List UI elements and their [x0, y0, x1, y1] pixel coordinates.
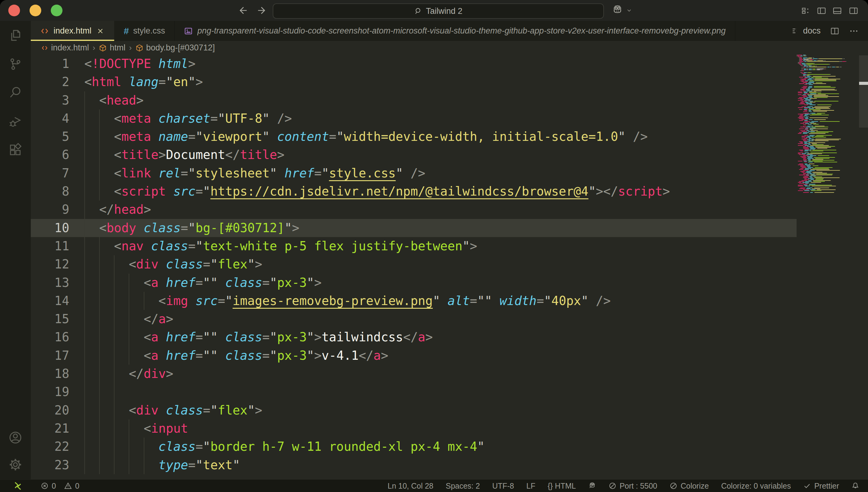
code-line[interactable]: 6 <title>Document</title>: [31, 146, 797, 164]
breadcrumb-file[interactable]: index.html: [41, 43, 89, 53]
minimap-line: [803, 184, 808, 184]
colorize-variables[interactable]: Colorize: 0 variables: [721, 482, 791, 490]
code-line[interactable]: 18 </div>: [31, 365, 797, 383]
window-zoom-button[interactable]: [51, 5, 63, 16]
code-line[interactable]: 8 <script src="https://cdn.jsdelivr.net/…: [31, 182, 797, 200]
accounts-icon[interactable]: [8, 430, 23, 445]
copilot-menu[interactable]: [611, 4, 632, 17]
code-line[interactable]: 23 type="text": [31, 456, 797, 474]
forward-arrow-icon[interactable]: [256, 4, 269, 17]
tab-close-icon[interactable]: [96, 26, 105, 36]
minimap-line: [814, 96, 839, 97]
minimap-line: [798, 92, 802, 92]
window-close-button[interactable]: [8, 5, 20, 16]
minimap-line: [809, 119, 813, 120]
minimap-line: [824, 60, 825, 61]
cursor-position[interactable]: Ln 10, Col 28: [388, 482, 433, 490]
tab-style-css[interactable]: # style.css: [115, 21, 174, 41]
remote-window-icon[interactable]: [12, 480, 23, 491]
code-line[interactable]: 13 <a href="" class="px-3">: [31, 274, 797, 292]
extensions-icon[interactable]: [8, 142, 23, 157]
minimap-line: [804, 179, 809, 180]
minimap-line: [820, 121, 840, 122]
minimap-line: [813, 58, 817, 59]
minimap-line: [804, 150, 811, 150]
code-line[interactable]: 12 <div class="flex">: [31, 255, 797, 273]
code-line[interactable]: 7 <link rel="stylesheet" href="style.css…: [31, 164, 797, 182]
minimap-line: [840, 61, 842, 62]
minimap-line: [811, 65, 812, 66]
minimap-line: [814, 97, 828, 98]
more-actions-icon[interactable]: [849, 26, 859, 36]
code-line[interactable]: 19: [31, 383, 797, 401]
code-line[interactable]: 9 </head>: [31, 200, 797, 219]
minimap-line: [809, 185, 832, 186]
line-number: 3: [31, 91, 69, 109]
command-center-search[interactable]: Tailwind 2: [273, 3, 604, 19]
minimap-line: [813, 173, 827, 173]
indentation[interactable]: Spaces: 2: [446, 482, 480, 490]
customize-layout-icon[interactable]: [801, 5, 811, 16]
code-line[interactable]: 10 <body class="bg-[#030712]">: [31, 219, 797, 237]
chevron-down-icon: [626, 7, 632, 14]
explorer-icon[interactable]: [8, 28, 23, 43]
problems-warnings[interactable]: 0: [64, 482, 79, 490]
minimap-line: [817, 70, 820, 70]
minimap-line: [808, 65, 811, 66]
scrollbar-thumb[interactable]: [859, 55, 868, 128]
breadcrumb-symbol-html[interactable]: html: [99, 43, 125, 53]
split-editor-icon[interactable]: [830, 26, 840, 36]
tab-index-html[interactable]: index.html: [31, 21, 115, 41]
minimap-line: [812, 58, 812, 59]
minimap-line: [798, 63, 801, 64]
copilot-status-icon[interactable]: [588, 482, 596, 490]
language-mode[interactable]: {} HTML: [547, 482, 576, 490]
minimap-line: [802, 64, 805, 65]
code-line[interactable]: 21 <input: [31, 419, 797, 438]
minimap-line: [810, 177, 813, 178]
toggle-secondary-sidebar-icon[interactable]: [848, 5, 859, 16]
minimap-line: [800, 80, 804, 81]
minimap-line: [803, 174, 808, 174]
code-line[interactable]: 1<!DOCTYPE html>: [31, 55, 797, 73]
code-line[interactable]: 14 <img src="images-removebg-preview.png…: [31, 292, 797, 310]
code-line[interactable]: 20 <div class="flex">: [31, 401, 797, 419]
code-line[interactable]: 3 <head>: [31, 91, 797, 109]
minimap-line: [814, 87, 836, 88]
breadcrumb-symbol-body[interactable]: body.bg-[#030712]: [136, 43, 215, 53]
notifications-bell-icon[interactable]: [851, 482, 860, 490]
minimap[interactable]: [797, 55, 859, 199]
code-line[interactable]: 5 <meta name="viewport" content="width=d…: [31, 128, 797, 146]
prettier-status[interactable]: Prettier: [803, 482, 839, 490]
code-line[interactable]: 2<html lang="en">: [31, 73, 797, 91]
encoding[interactable]: UTF-8: [492, 482, 514, 490]
minimap-line: [808, 111, 812, 112]
problems-errors[interactable]: 0: [41, 482, 56, 490]
toggle-primary-sidebar-icon[interactable]: [816, 5, 827, 16]
live-server-port[interactable]: Port : 5500: [609, 482, 657, 490]
window-minimize-button[interactable]: [29, 5, 41, 16]
code-line[interactable]: 16 <a href="" class="px-3">tailwindcss</…: [31, 328, 797, 346]
minimap-line: [804, 143, 810, 144]
minimap-line: [815, 177, 840, 178]
toggle-panel-icon[interactable]: [832, 5, 842, 16]
minimap-line: [810, 147, 814, 148]
eol-sequence[interactable]: LF: [526, 482, 535, 490]
minimap-line: [801, 136, 806, 137]
source-control-icon[interactable]: [8, 56, 23, 71]
minimap-line: [809, 108, 814, 109]
search-sidebar-icon[interactable]: [8, 85, 23, 100]
settings-gear-icon[interactable]: [8, 457, 23, 472]
editor-scrollbar[interactable]: [859, 41, 868, 480]
code-line[interactable]: 17 <a href="" class="px-3">v-4.1</a>: [31, 347, 797, 365]
code-line[interactable]: 11 <nav class="text-white p-5 flex justi…: [31, 237, 797, 255]
code-line[interactable]: 4 <meta charset="UTF-8" />: [31, 109, 797, 128]
minimap-line: [814, 91, 822, 91]
code-line[interactable]: 15 </a>: [31, 310, 797, 328]
tab-png-preview[interactable]: png-transparent-visual-studio-code-scree…: [174, 21, 735, 41]
colorize-toggle[interactable]: Colorize: [670, 482, 709, 490]
run-debug-icon[interactable]: [8, 114, 23, 128]
code-line[interactable]: 22 class="border h-7 w-11 rounded-xl px-…: [31, 438, 797, 456]
docs-editor-group[interactable]: docs: [791, 26, 821, 36]
back-arrow-icon[interactable]: [236, 4, 249, 17]
